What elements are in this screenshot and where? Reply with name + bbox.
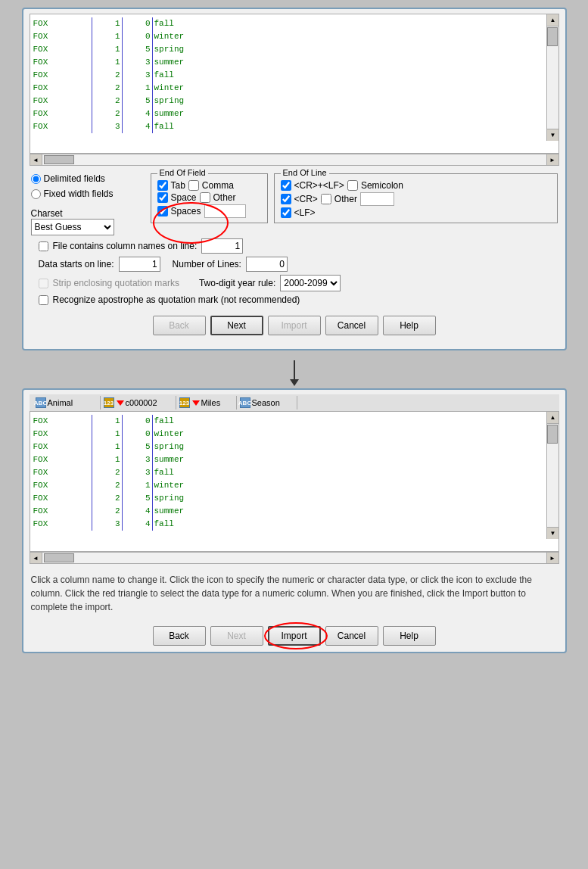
col-header-miles[interactable]: 123 Miles bbox=[176, 396, 237, 410]
cancel-button-2[interactable]: Cancel bbox=[325, 626, 378, 646]
scroll-right-btn[interactable]: ► bbox=[546, 154, 558, 165]
c000002-type-icon[interactable]: 123 bbox=[104, 397, 114, 408]
back-button-2[interactable]: Back bbox=[153, 626, 206, 646]
delimited-radio[interactable] bbox=[31, 174, 41, 184]
description-text: Click a column name to change it. Click … bbox=[23, 567, 565, 620]
animal-type-icon[interactable]: ABC bbox=[36, 397, 46, 408]
table-row: FOX25spring bbox=[33, 492, 555, 505]
lf-checkbox[interactable] bbox=[281, 207, 291, 218]
scroll-up-btn-2[interactable]: ▲ bbox=[547, 412, 559, 424]
year-rule-select[interactable]: 2000-2099 1900-1999 bbox=[280, 275, 341, 291]
data-starts-label: Data starts on line: bbox=[39, 259, 114, 269]
col-header-c000002[interactable]: 123 c000002 bbox=[101, 396, 176, 410]
vertical-scrollbar-2[interactable]: ▲ ▼ bbox=[546, 412, 558, 539]
end-of-field-group: End Of Field Tab Comma Space Other bbox=[151, 173, 268, 223]
end-of-line-content: <CR>+<LF> Semicolon <CR> Other <LF> bbox=[281, 180, 551, 218]
spaces-checkbox[interactable] bbox=[157, 206, 168, 216]
apostrophe-label: Recognize apostrophe as quotation mark (… bbox=[53, 294, 300, 305]
table-row: FOX10fall bbox=[33, 415, 555, 428]
table-row: FOX10fall bbox=[33, 17, 555, 30]
table-row: FOX34fall bbox=[33, 120, 555, 133]
tab-checkbox[interactable] bbox=[157, 180, 168, 191]
import-button-2[interactable]: Import bbox=[268, 626, 321, 646]
semicolon-checkbox[interactable] bbox=[347, 180, 358, 191]
c000002-red-triangle[interactable] bbox=[117, 400, 124, 406]
col-header-season[interactable]: ABC Season bbox=[237, 396, 297, 410]
col-names-input[interactable] bbox=[201, 238, 243, 254]
vertical-scrollbar-1[interactable]: ▲ ▼ bbox=[546, 14, 558, 141]
miles-red-triangle[interactable] bbox=[192, 400, 200, 406]
horizontal-scrollbar-2[interactable]: ◄ ► bbox=[30, 552, 559, 564]
charset-select[interactable]: Best Guess UTF-8 ASCII bbox=[31, 219, 114, 235]
scroll-right-btn-2[interactable]: ► bbox=[546, 553, 558, 563]
arrow-line bbox=[294, 360, 295, 379]
strip-quotes-label: Strip enclosing quotation marks bbox=[53, 278, 179, 288]
next-button-1[interactable]: Next bbox=[210, 316, 263, 335]
comma-checkbox[interactable] bbox=[188, 180, 199, 191]
button-row-1: Back Next Import Cancel Help bbox=[31, 310, 558, 341]
end-of-field-content: Tab Comma Space Other Spaces bbox=[157, 180, 261, 218]
end-of-field-section: End Of Field Tab Comma Space Other bbox=[151, 173, 268, 223]
scroll-left-btn[interactable]: ◄ bbox=[30, 154, 42, 165]
lf-row: <LF> bbox=[281, 207, 551, 218]
h-scroll-thumb[interactable] bbox=[44, 155, 74, 164]
help-button-1[interactable]: Help bbox=[383, 316, 436, 335]
scroll-left-btn-2[interactable]: ◄ bbox=[30, 553, 42, 563]
num-lines-label: Number of Lines: bbox=[173, 259, 241, 269]
table-row: FOX34fall bbox=[33, 518, 555, 531]
back-button-1[interactable]: Back bbox=[153, 316, 206, 335]
crlf-checkbox[interactable] bbox=[281, 180, 291, 191]
end-of-line-group: End Of Line <CR>+<LF> Semicolon <CR> Oth… bbox=[274, 173, 558, 223]
other-label: Other bbox=[213, 192, 236, 203]
strip-quotes-checkbox[interactable] bbox=[39, 279, 48, 288]
table-row: FOX15spring bbox=[33, 43, 555, 56]
h-scroll-thumb-2[interactable] bbox=[44, 553, 74, 562]
options-section-1: Delimited fields Fixed width fields Char… bbox=[23, 169, 565, 349]
season-col-label: Season bbox=[252, 398, 280, 407]
col-names-checkbox[interactable] bbox=[39, 241, 48, 251]
cr-row: <CR> Other bbox=[281, 192, 551, 206]
eol-other-label: Other bbox=[334, 194, 357, 204]
button-row-2: Back Next Import Cancel Help bbox=[23, 620, 565, 652]
scroll-down-btn[interactable]: ▼ bbox=[547, 129, 559, 141]
bottom-form-rows: File contains column names on line: Data… bbox=[31, 235, 558, 310]
num-lines-input[interactable] bbox=[246, 257, 288, 272]
scroll-down-btn-2[interactable]: ▼ bbox=[547, 527, 559, 539]
table-row: FOX21winter bbox=[33, 82, 555, 95]
col-header-animal[interactable]: ABC Animal bbox=[33, 396, 101, 410]
apostrophe-checkbox[interactable] bbox=[39, 295, 48, 305]
tab-row: Tab Comma bbox=[157, 180, 261, 191]
horizontal-scrollbar-1[interactable]: ◄ ► bbox=[30, 154, 559, 166]
panel-2: ABC Animal 123 c000002 123 Miles ABC Sea… bbox=[22, 388, 567, 653]
other-checkbox[interactable] bbox=[200, 192, 210, 203]
scroll-up-btn[interactable]: ▲ bbox=[547, 14, 559, 26]
tab-label: Tab bbox=[171, 180, 185, 191]
year-rule-label: Two-digit year rule: bbox=[199, 278, 275, 288]
arrow-connector bbox=[290, 358, 299, 388]
import-button-1[interactable]: Import bbox=[268, 316, 321, 335]
table-row: FOX25spring bbox=[33, 95, 555, 107]
panel-1: FOX10fall FOX10winter FOX15spring FOX13s… bbox=[22, 8, 567, 350]
fixed-width-radio[interactable] bbox=[31, 189, 41, 199]
end-of-field-title: End Of Field bbox=[157, 168, 208, 177]
end-of-line-other-input[interactable] bbox=[360, 192, 394, 206]
cr-checkbox[interactable] bbox=[281, 194, 291, 204]
cancel-button-1[interactable]: Cancel bbox=[325, 316, 378, 335]
data-preview-2: FOX10fall FOX10winter FOX15spring FOX13s… bbox=[30, 412, 559, 552]
charset-section: Charset Best Guess UTF-8 ASCII bbox=[31, 208, 145, 235]
scroll-thumb-2[interactable] bbox=[547, 425, 558, 444]
space-checkbox[interactable] bbox=[157, 192, 168, 203]
options-top: Delimited fields Fixed width fields Char… bbox=[31, 173, 558, 235]
end-of-field-other-input[interactable] bbox=[204, 204, 246, 218]
data-starts-input[interactable] bbox=[119, 257, 160, 272]
space-row: Space Other bbox=[157, 192, 261, 203]
scroll-thumb[interactable] bbox=[547, 27, 558, 46]
table-row: FOX15spring bbox=[33, 441, 555, 453]
help-button-2[interactable]: Help bbox=[383, 626, 436, 646]
eol-other-checkbox[interactable] bbox=[321, 194, 331, 204]
next-button-2[interactable]: Next bbox=[210, 626, 263, 646]
col-names-label: File contains column names on line: bbox=[53, 241, 198, 251]
season-type-icon[interactable]: ABC bbox=[240, 397, 250, 408]
arrow-head bbox=[290, 379, 299, 386]
miles-type-icon[interactable]: 123 bbox=[179, 397, 190, 408]
